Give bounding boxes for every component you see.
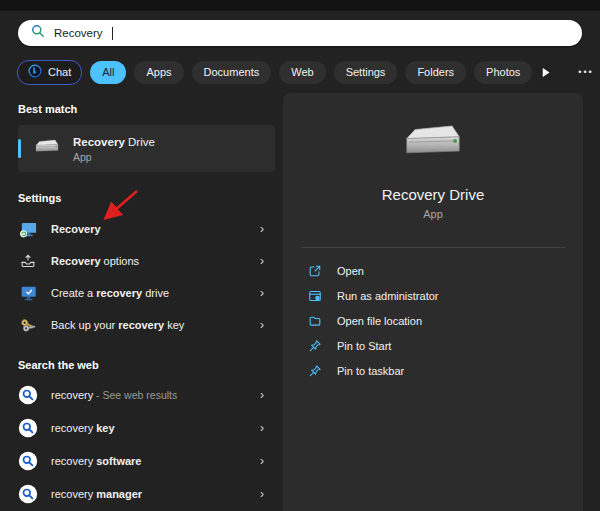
result-text-part: Recovery [51, 255, 101, 267]
settings-item-recovery[interactable]: Recovery› [18, 213, 268, 245]
top-strip [0, 0, 600, 11]
result-text-part: recovery [51, 422, 96, 434]
action-label: Run as administrator [337, 290, 439, 302]
overflow-menu-button[interactable]: ••• [578, 68, 593, 77]
drive-icon [34, 138, 60, 159]
web-suggestion-recovery-key[interactable]: recovery key› [18, 411, 268, 444]
play-icon [540, 67, 551, 78]
search-icon [31, 24, 45, 42]
best-match-item-recovery-drive[interactable]: Recovery DriveApp [18, 125, 275, 172]
result-text-part: recovery [118, 319, 164, 331]
pin-icon [307, 339, 322, 353]
settings-header: Settings [18, 192, 283, 205]
filter-tabs: Chat AllAppsDocumentsWebSettingsFoldersP… [0, 59, 600, 85]
tabs-right-cluster: ••• [540, 61, 600, 83]
result-text-part: Recovery [73, 136, 125, 148]
tab-chat[interactable]: Chat [17, 60, 82, 85]
folder-icon [307, 314, 322, 328]
result-text-part: recovery [51, 455, 96, 467]
recovery-settings-icon [18, 220, 38, 239]
action-open-file-location[interactable]: Open file location [307, 308, 583, 333]
result-text-part: key [96, 422, 114, 434]
chevron-right-icon: › [260, 422, 268, 434]
action-pin-to-start[interactable]: Pin to Start [307, 333, 583, 358]
more-filters-button[interactable] [540, 67, 551, 78]
result-text-part: recovery [51, 389, 93, 401]
settings-item-create-a-recovery-drive[interactable]: Create a recovery drive› [18, 277, 268, 309]
search-input[interactable]: Recovery [54, 27, 103, 39]
result-label: recovery - See web results [51, 389, 177, 401]
result-label: Recovery options [51, 255, 139, 267]
result-text-part: recovery [51, 488, 96, 500]
search-the-web-section: Search the web recovery - See web result… [18, 359, 283, 510]
search-results-list: Best match Recovery DriveAppSettings Rec… [0, 93, 283, 511]
chevron-right-icon: › [260, 319, 268, 331]
result-label: Recovery [51, 223, 101, 235]
settings-item-back-up-your-recovery-key[interactable]: Back up your recovery key› [18, 309, 268, 341]
web-search-icon [18, 385, 38, 405]
tab-all[interactable]: All [90, 61, 126, 84]
settings-section: Settings Recovery› Recovery options› Cre… [18, 192, 283, 341]
best-match-header: Best match [18, 103, 283, 116]
start-search-panel: Recovery Chat AllAppsDocumentsWebSetting… [0, 0, 600, 511]
web-suggestion-recovery-see-web-results[interactable]: recovery - See web results› [18, 378, 268, 411]
action-label: Open file location [337, 315, 422, 327]
preview-panel: Recovery Drive App Open Run as administr… [283, 93, 583, 511]
tab-folders[interactable]: Folders [405, 61, 466, 84]
action-run-as-administrator[interactable]: Run as administrator [307, 283, 583, 308]
action-label: Pin to Start [337, 340, 391, 352]
tab-settings[interactable]: Settings [334, 61, 398, 84]
recovery-keys-icon [18, 316, 38, 335]
web-search-icon [18, 484, 38, 504]
tab-web[interactable]: Web [279, 61, 325, 84]
run-admin-icon [307, 289, 322, 303]
chevron-right-icon: › [260, 255, 268, 267]
settings-item-recovery-options[interactable]: Recovery options› [18, 245, 268, 277]
search-the-web-header: Search the web [18, 359, 283, 372]
search-bar[interactable]: Recovery [18, 20, 582, 46]
result-text-part: options [101, 255, 140, 267]
action-label: Pin to taskbar [337, 365, 404, 377]
preview-actions: Open Run as administrator Open file loca… [283, 248, 583, 383]
result-text-part: drive [142, 287, 169, 299]
result-label: Back up your recovery key [51, 319, 184, 331]
action-label: Open [337, 265, 364, 277]
web-search-icon [18, 418, 38, 438]
result-text-part: manager [96, 488, 142, 500]
result-text-part: Drive [125, 136, 155, 148]
open-icon [307, 264, 322, 278]
result-text-part: Back up your [51, 319, 118, 331]
recovery-options-icon [18, 252, 38, 270]
action-open[interactable]: Open [307, 258, 583, 283]
result-text-part: - See web results [93, 389, 177, 401]
preview-subtitle: App [423, 208, 443, 221]
preview-title: Recovery Drive [382, 186, 485, 204]
action-pin-to-taskbar[interactable]: Pin to taskbar [307, 358, 583, 383]
create-recovery-drive-icon [18, 284, 38, 303]
bing-chat-icon [28, 64, 42, 80]
result-text-part: software [96, 455, 141, 467]
selection-accent-bar [18, 139, 21, 158]
web-suggestion-recovery-manager[interactable]: recovery manager› [18, 477, 268, 510]
result-text-part: Create a [51, 287, 96, 299]
web-suggestion-recovery-software[interactable]: recovery software› [18, 444, 268, 477]
result-text-part: key [164, 319, 184, 331]
tab-photos[interactable]: Photos [474, 61, 532, 84]
chevron-right-icon: › [260, 287, 268, 299]
tab-chat-label: Chat [48, 66, 71, 78]
drive-icon-large [402, 121, 464, 166]
web-search-icon [18, 451, 38, 471]
tab-documents[interactable]: Documents [192, 61, 272, 84]
best-match-title: Recovery Drive [73, 135, 155, 149]
chevron-right-icon: › [260, 488, 268, 500]
best-match-subtitle: App [73, 151, 155, 163]
result-label: recovery manager [51, 488, 142, 500]
result-label: Create a recovery drive [51, 287, 169, 299]
result-label: recovery key [51, 422, 115, 434]
result-label: recovery software [51, 455, 142, 467]
chevron-right-icon: › [260, 223, 268, 235]
chevron-right-icon: › [260, 455, 268, 467]
pin-icon [307, 364, 322, 378]
result-text-part: recovery [96, 287, 142, 299]
tab-apps[interactable]: Apps [134, 61, 183, 84]
